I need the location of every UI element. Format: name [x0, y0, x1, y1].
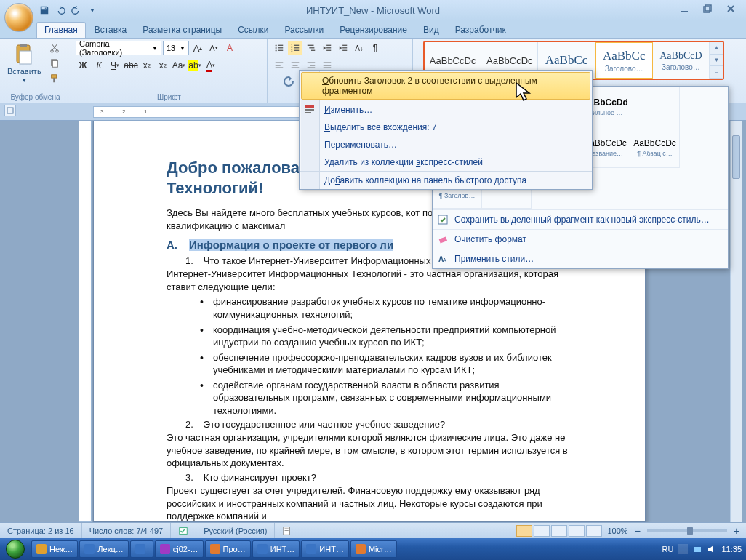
doc-paragraph: Это частная организация, учредителями ко…	[167, 431, 572, 470]
taskbar-app[interactable]: Неж…	[31, 540, 78, 558]
svg-point-14	[276, 47, 277, 49]
svg-rect-9	[52, 61, 57, 68]
taskbar-app[interactable]	[130, 540, 153, 558]
view-draft[interactable]	[586, 525, 602, 537]
list-item: Это государственное или частное учебное …	[185, 419, 572, 430]
svg-rect-44	[324, 68, 332, 68]
taskbar-app[interactable]: cj02-…	[155, 540, 204, 558]
shrink-font-icon[interactable]: A▾	[206, 41, 221, 55]
italic-icon[interactable]: К	[92, 58, 106, 73]
close-button[interactable]	[721, 3, 740, 15]
status-words[interactable]: Число слов: 7/4 497	[82, 523, 172, 538]
tray-icon[interactable]	[678, 544, 688, 554]
view-full-screen[interactable]	[534, 525, 550, 537]
title-bar: ▼ ИНТУИТ_New - Microsoft Word	[0, 0, 746, 20]
menu-update-style[interactable]: ООбновить Заголовок 2 в соответствии с в…	[301, 72, 590, 100]
svg-rect-55	[285, 528, 289, 529]
view-web-layout[interactable]	[551, 525, 567, 537]
zoom-slider[interactable]	[647, 529, 727, 532]
format-painter-icon[interactable]	[47, 71, 62, 86]
gallery-save-style[interactable]: Сохранить выделенный фрагмент как новый …	[433, 209, 728, 229]
taskbar-app[interactable]: ИНТ…	[301, 540, 349, 558]
font-size-combo[interactable]: 13▼	[163, 41, 189, 55]
minimize-button[interactable]	[675, 3, 694, 15]
tray-clock[interactable]: 11:35	[721, 545, 742, 553]
bold-icon[interactable]: Ж	[76, 58, 90, 73]
svg-rect-38	[292, 68, 300, 68]
tab-insert[interactable]: Вставка	[87, 23, 135, 38]
clear-format-icon[interactable]: A	[222, 41, 237, 55]
align-left-icon[interactable]	[272, 58, 286, 73]
volume-icon[interactable]	[707, 544, 717, 554]
tab-developer[interactable]: Разработчик	[448, 23, 513, 38]
numbering-icon[interactable]: 123	[288, 41, 302, 55]
svg-rect-39	[308, 63, 316, 63]
taskbar-app[interactable]: ИНТ…	[252, 540, 300, 558]
menu-rename[interactable]: Переименовать…	[300, 136, 592, 153]
list-item: содействие органам государственной власт…	[200, 379, 572, 417]
tab-review[interactable]: Рецензирование	[332, 23, 414, 38]
menu-add-qat[interactable]: Добавить коллекцию на панель быстрого до…	[300, 171, 592, 189]
svg-rect-26	[311, 50, 315, 51]
status-track-icon[interactable]	[275, 523, 300, 538]
vertical-ruler[interactable]	[79, 121, 92, 522]
superscript-icon[interactable]: x2	[156, 58, 170, 73]
view-print-layout[interactable]	[516, 525, 532, 537]
taskbar-app[interactable]: Про…	[205, 540, 251, 558]
undo-icon[interactable]	[54, 4, 67, 17]
restore-button[interactable]	[698, 3, 717, 15]
paste-button[interactable]: Вставить ▼	[4, 41, 44, 86]
svg-rect-2	[705, 5, 711, 11]
pilcrow-icon[interactable]: ¶	[368, 41, 382, 55]
font-name-combo[interactable]: Cambria (Заголовки)▼	[76, 41, 161, 55]
view-ruler-toggle[interactable]	[4, 105, 16, 116]
menu-select-all[interactable]: Выделить все вхождения: 7	[300, 119, 592, 136]
increase-indent-icon[interactable]	[336, 41, 350, 55]
multilevel-icon[interactable]	[304, 41, 318, 55]
office-button[interactable]	[4, 3, 33, 32]
taskbar-app[interactable]: Micr…	[350, 540, 397, 558]
bullets-icon[interactable]	[272, 41, 286, 55]
redo-icon[interactable]	[70, 4, 83, 17]
tab-mailings[interactable]: Рассылки	[277, 23, 331, 38]
tab-view[interactable]: Вид	[416, 23, 446, 38]
status-language[interactable]: Русский (Россия)	[196, 523, 275, 538]
tray-lang[interactable]: RU	[662, 545, 674, 553]
gallery-clear-format[interactable]: Очистить формат	[433, 229, 728, 249]
view-outline[interactable]	[569, 525, 585, 537]
styles-scroll[interactable]: ▲▼≡	[710, 42, 723, 79]
gallery-apply-styles[interactable]: AAПрименить стили…	[433, 249, 728, 268]
grow-font-icon[interactable]: A▴	[190, 41, 205, 55]
subscript-icon[interactable]: x2	[140, 58, 154, 73]
cut-icon[interactable]	[47, 41, 62, 55]
sort-icon[interactable]: А↓	[352, 41, 366, 55]
zoom-in[interactable]: +	[731, 525, 742, 537]
gallery-style-item[interactable]: AaBbCcDc¶ Абзац с…	[630, 127, 680, 168]
svg-rect-17	[278, 50, 283, 51]
qat-dropdown-icon[interactable]: ▼	[86, 4, 99, 17]
tab-references[interactable]: Ссылки	[230, 23, 276, 38]
menu-modify[interactable]: Изменить…	[300, 101, 592, 119]
change-case-icon[interactable]: Aa▾	[172, 58, 186, 73]
save-icon[interactable]	[38, 4, 51, 17]
tab-home[interactable]: Главная	[36, 22, 86, 38]
gallery-style-item[interactable]	[630, 87, 680, 127]
copy-icon[interactable]	[47, 56, 62, 71]
decrease-indent-icon[interactable]	[320, 41, 334, 55]
start-button[interactable]	[0, 538, 31, 560]
taskbar-app[interactable]: Лекц…	[79, 540, 128, 558]
font-color-icon[interactable]: A▾	[204, 58, 218, 73]
zoom-out[interactable]: −	[633, 525, 643, 537]
zoom-level[interactable]: 100%	[607, 527, 627, 535]
underline-icon[interactable]: Ч▾	[108, 58, 122, 73]
status-page[interactable]: Страница: 2 из 16	[0, 523, 82, 538]
strike-icon[interactable]: abc	[124, 58, 138, 73]
status-spellcheck-icon[interactable]	[171, 523, 196, 538]
menu-remove-quickstyle[interactable]: Удалить из коллекции экспресс-стилей	[300, 153, 592, 171]
tab-page-layout[interactable]: Разметка страницы	[135, 23, 229, 38]
vertical-scrollbar[interactable]	[730, 121, 742, 522]
network-icon[interactable]	[692, 544, 702, 554]
style-item-selected[interactable]: AaBbCcЗаголово…	[595, 42, 653, 79]
highlight-icon[interactable]: ab▾	[188, 58, 202, 73]
style-item[interactable]: AaBbCcDЗаголово…	[653, 42, 710, 79]
